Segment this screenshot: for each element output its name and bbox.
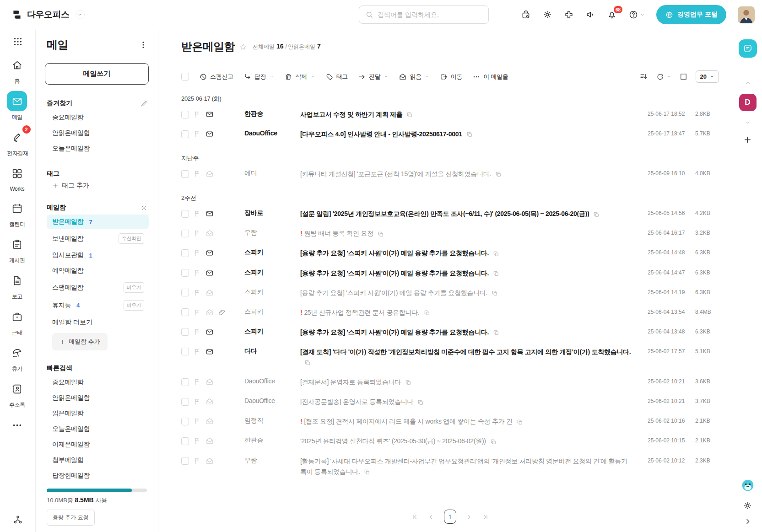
prev-page-button[interactable]: [427, 513, 435, 520]
help-button[interactable]: [628, 10, 645, 20]
mail-row[interactable]: 스피키[용량 추가 요청] '스피키 사원'이(가) 메일 용량 추가를 요청했…: [181, 263, 719, 283]
mail-sender[interactable]: DaouOffice: [244, 377, 300, 385]
mail-subject[interactable]: !25년 신규사업 정책관련 문서 공유합니다.: [300, 307, 648, 318]
mail-sender[interactable]: DaouOffice: [244, 397, 300, 404]
search-input[interactable]: [378, 11, 482, 18]
request-storage-button[interactable]: 용량 추가 요청: [47, 510, 95, 526]
row-checkbox[interactable]: [181, 308, 189, 316]
split-view-toggle[interactable]: [679, 72, 688, 81]
app-store-button[interactable]: [521, 10, 531, 20]
mailbox-folder[interactable]: 휴지통4비우기: [47, 297, 149, 314]
scroll-up-button[interactable]: [744, 79, 751, 86]
org-chart-button[interactable]: [13, 515, 23, 525]
toolbar-tag-button[interactable]: 태그: [325, 73, 348, 81]
rail-item-home[interactable]: 홈: [7, 55, 27, 85]
mail-row[interactable]: 장바로[설문 알림] '2025년 개인정보보호교육(온라인) 만족도 조사(~…: [181, 204, 719, 224]
rail-item-mail[interactable]: 메일: [7, 91, 27, 121]
mail-row[interactable]: 한판승'2025년 윤리경영 실천다짐 퀴즈' (2025-05-30(금) ~…: [181, 431, 719, 451]
mail-sender[interactable]: 스피키: [244, 248, 300, 257]
scroll-down-button[interactable]: [744, 118, 751, 126]
mail-subject[interactable]: [설문 알림] '2025년 개인정보보호교육(온라인) 만족도 조사(~6/1…: [300, 209, 648, 219]
mail-subject[interactable]: 사업보고서 수정 및 하반기 계획 제출: [300, 109, 648, 120]
management-portal-button[interactable]: 경영업무 포털: [656, 5, 726, 24]
row-checkbox[interactable]: [181, 457, 189, 465]
mail-row[interactable]: DaouOffice[다우오피스 4.0] 인사발령 안내 - 인사발령-202…: [181, 124, 719, 144]
favorite-star-button[interactable]: [239, 43, 248, 51]
notifications-button[interactable]: 68: [607, 10, 617, 20]
row-checkbox[interactable]: [181, 398, 189, 406]
apps-grid-button[interactable]: [13, 37, 23, 47]
mail-subject[interactable]: [전사공문발송] 운영자로 등록되었습니다: [300, 397, 648, 407]
rail-item-vacation[interactable]: 휴가: [7, 343, 27, 373]
mail-sender[interactable]: DaouOffice: [244, 129, 300, 137]
toolbar-forward-button[interactable]: 전달: [358, 73, 389, 81]
row-checkbox[interactable]: [181, 437, 189, 445]
rail-item-more[interactable]: [7, 415, 27, 435]
mail-sender[interactable]: 다다: [244, 347, 300, 355]
mail-row[interactable]: 임정직![협조 요청] 견적서 페이지에서 리드 제출 시 works 앱에 쌓…: [181, 412, 719, 431]
select-all-checkbox[interactable]: [181, 73, 189, 81]
mail-subject[interactable]: ![협조 요청] 견적서 페이지에서 리드 제출 시 works 앱에 쌓이는 …: [300, 416, 648, 427]
row-checkbox[interactable]: [181, 269, 189, 277]
row-checkbox[interactable]: [181, 210, 189, 218]
mail-subject[interactable]: [다우오피스 4.0] 인사발령 안내 - 인사발령-20250617-0001: [300, 129, 648, 140]
user-avatar[interactable]: [738, 6, 755, 23]
mail-row[interactable]: 에디[커뮤니티 개설신청] '포근포근 (선착 15명)'에 개설을 신청하였습…: [181, 164, 719, 184]
mail-subject[interactable]: !원팀 배너 등록 확인 요청: [300, 228, 648, 239]
mail-sender[interactable]: 스피키: [244, 327, 300, 336]
mail-subject[interactable]: [결재 도착] '다다 '이(가) 작성한 '개인정보처리방침 미준수에 대한 …: [300, 347, 648, 368]
mail-sender[interactable]: 우람: [244, 228, 300, 237]
next-page-button[interactable]: [465, 513, 473, 520]
mail-subject[interactable]: [용량 추가 요청] '스피키 사원'이(가) 메일 용량 추가를 요청했습니다…: [300, 288, 648, 298]
sort-button[interactable]: [639, 72, 648, 81]
mailbox-action-button[interactable]: 수신확인: [119, 233, 144, 244]
global-search[interactable]: [359, 5, 489, 24]
toolbar-spam-report-button[interactable]: 스팸신고: [199, 73, 233, 81]
rail-item-calendar[interactable]: 캘린더: [7, 198, 27, 228]
row-checkbox[interactable]: [181, 170, 189, 178]
logo-chevron-button[interactable]: [76, 10, 85, 19]
mail-row[interactable]: 스피키!25년 신규사업 정책관련 문서 공유합니다.25-06-04 13:5…: [181, 303, 719, 322]
mail-row[interactable]: 스피키[용량 추가 요청] '스피키 사원'이(가) 메일 용량 추가를 요청했…: [181, 322, 719, 342]
sidebar-menu-button[interactable]: [139, 40, 148, 49]
mail-sender[interactable]: 스피키: [244, 268, 300, 277]
mailbox-action-button[interactable]: 비우기: [124, 300, 145, 311]
quick-search-folder[interactable]: 어제온메일함: [47, 437, 149, 452]
panel-settings-button[interactable]: [743, 501, 752, 511]
mail-subject[interactable]: [용량 추가 요청] '스피키 사원'이(가) 메일 용량 추가를 요청했습니다…: [300, 268, 648, 279]
integrations-button[interactable]: [564, 10, 574, 20]
mail-sender[interactable]: 에디: [244, 169, 300, 177]
memo-button[interactable]: [739, 39, 757, 58]
favorite-folder[interactable]: 안읽은메일함: [47, 126, 149, 140]
mailbox-folder[interactable]: 임시보관함1: [47, 248, 149, 263]
mail-row[interactable]: 우람[활동기록] '차세대 다우오피스 개발센터-사업부간 업무요청관리'앱의 …: [181, 451, 719, 482]
row-checkbox[interactable]: [181, 249, 189, 257]
row-checkbox[interactable]: [181, 418, 189, 425]
row-checkbox[interactable]: [181, 348, 189, 355]
mailbox-folder[interactable]: 예약메일함: [47, 263, 149, 278]
assistant-mascot-button[interactable]: [740, 477, 756, 494]
row-checkbox[interactable]: [181, 328, 189, 336]
quick-search-folder[interactable]: 답장한메일함: [47, 468, 149, 481]
mail-subject[interactable]: [활동기록] '차세대 다우오피스 개발센터-사업부간 업무요청관리'앱의 '개…: [300, 456, 648, 477]
add-tag-button[interactable]: 태그 추가: [47, 178, 89, 190]
rail-item-approval[interactable]: 2전자결재: [7, 127, 28, 157]
mail-subject[interactable]: [용량 추가 요청] '스피키 사원'이(가) 메일 용량 추가를 요청했습니다…: [300, 327, 648, 338]
presence-avatar[interactable]: D: [739, 94, 757, 111]
mail-sender[interactable]: 스피키: [244, 288, 300, 296]
favorite-folder[interactable]: 오늘온메일함: [47, 141, 149, 156]
toolbar-delete-button[interactable]: 삭제: [284, 73, 315, 81]
mailbox-folder[interactable]: 받은메일함7: [47, 215, 149, 229]
mail-subject[interactable]: [커뮤니티 개설신청] '포근포근 (선착 15명)'에 개설을 신청하였습니다…: [300, 169, 648, 179]
row-checkbox[interactable]: [181, 130, 189, 138]
mail-sender[interactable]: 우람: [244, 456, 300, 465]
row-checkbox[interactable]: [181, 378, 189, 386]
mail-row[interactable]: 우람!원팀 배너 등록 확인 요청25-06-04 16:173.2KB: [181, 224, 719, 243]
mail-sender[interactable]: 임정직: [244, 416, 300, 425]
rail-item-contacts[interactable]: 주소록: [7, 379, 27, 409]
toolbar-move-button[interactable]: 이동: [440, 73, 462, 81]
quick-search-folder[interactable]: 첨부메일함: [47, 453, 149, 468]
add-panel-button[interactable]: [743, 135, 752, 144]
refresh-button[interactable]: [656, 72, 671, 81]
mail-row[interactable]: 스피키[용량 추가 요청] '스피키 사원'이(가) 메일 용량 추가를 요청했…: [181, 283, 719, 303]
